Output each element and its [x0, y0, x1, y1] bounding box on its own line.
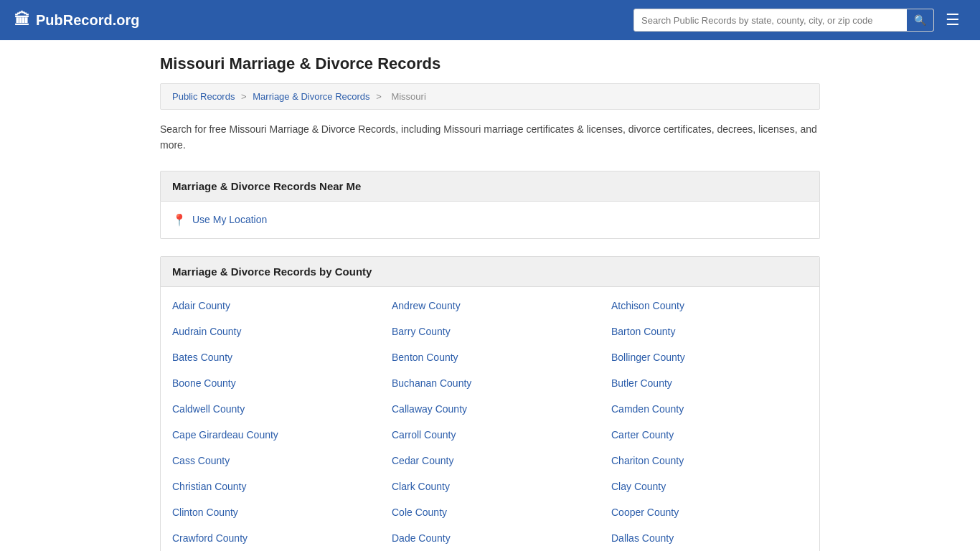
near-me-body: 📍 Use My Location — [160, 202, 820, 239]
county-link[interactable]: Camden County — [600, 396, 819, 422]
search-input[interactable] — [634, 11, 907, 30]
county-link[interactable]: Clay County — [600, 474, 819, 499]
county-link[interactable]: Adair County — [161, 293, 380, 319]
site-logo[interactable]: 🏛 PubRecord.org — [14, 11, 139, 29]
county-link[interactable]: Clinton County — [161, 499, 380, 525]
breadcrumb-state: Missouri — [391, 91, 425, 102]
breadcrumb-separator-1: > — [241, 91, 249, 102]
page-description: Search for free Missouri Marriage & Divo… — [160, 121, 820, 154]
county-link[interactable]: Bates County — [161, 344, 380, 370]
county-link[interactable]: Butler County — [600, 370, 819, 396]
county-link[interactable]: Cedar County — [380, 448, 600, 474]
breadcrumb: Public Records > Marriage & Divorce Reco… — [160, 83, 820, 110]
county-section-header: Marriage & Divorce Records by County — [161, 257, 819, 287]
county-link[interactable]: Boone County — [161, 370, 380, 396]
county-link[interactable]: Audrain County — [161, 319, 380, 344]
page-title: Missouri Marriage & Divorce Records — [160, 55, 820, 73]
county-link[interactable]: Chariton County — [600, 448, 819, 474]
county-link[interactable]: Cass County — [161, 448, 380, 474]
county-link[interactable]: Buchanan County — [380, 370, 600, 396]
county-link[interactable]: Callaway County — [380, 396, 600, 422]
menu-button[interactable]: ☰ — [940, 9, 966, 31]
county-link[interactable]: Dallas County — [600, 525, 819, 551]
county-link[interactable]: Barton County — [600, 319, 819, 344]
search-bar: 🔍 — [633, 9, 934, 32]
breadcrumb-public-records[interactable]: Public Records — [172, 91, 235, 102]
breadcrumb-separator-2: > — [376, 91, 384, 102]
use-location-button[interactable]: 📍 Use My Location — [172, 213, 808, 227]
search-icon: 🔍 — [914, 14, 926, 26]
county-link[interactable]: Atchison County — [600, 293, 819, 319]
county-link[interactable]: Cape Girardeau County — [161, 422, 380, 448]
county-link[interactable]: Clark County — [380, 474, 600, 499]
main-content: Missouri Marriage & Divorce Records Publ… — [146, 40, 834, 551]
county-link[interactable]: Christian County — [161, 474, 380, 499]
county-link[interactable]: Bollinger County — [600, 344, 819, 370]
county-section: Marriage & Divorce Records by County Ada… — [160, 256, 820, 551]
hamburger-icon: ☰ — [946, 11, 960, 29]
county-link[interactable]: Dade County — [380, 525, 600, 551]
use-location-label: Use My Location — [192, 214, 267, 225]
search-button[interactable]: 🔍 — [907, 9, 933, 31]
building-icon: 🏛 — [14, 11, 30, 29]
county-link[interactable]: Andrew County — [380, 293, 600, 319]
county-link[interactable]: Carter County — [600, 422, 819, 448]
county-link[interactable]: Barry County — [380, 319, 600, 344]
county-link[interactable]: Cole County — [380, 499, 600, 525]
county-link[interactable]: Caldwell County — [161, 396, 380, 422]
county-link[interactable]: Carroll County — [380, 422, 600, 448]
location-icon: 📍 — [172, 213, 187, 227]
county-grid: Adair CountyAndrew CountyAtchison County… — [161, 287, 819, 551]
county-link[interactable]: Cooper County — [600, 499, 819, 525]
county-link[interactable]: Crawford County — [161, 525, 380, 551]
near-me-header: Marriage & Divorce Records Near Me — [160, 171, 820, 202]
header-right: 🔍 ☰ — [633, 9, 966, 32]
breadcrumb-marriage-divorce[interactable]: Marriage & Divorce Records — [253, 91, 369, 102]
county-link[interactable]: Benton County — [380, 344, 600, 370]
site-header: 🏛 PubRecord.org 🔍 ☰ — [0, 0, 980, 40]
near-me-container: Marriage & Divorce Records Near Me 📍 Use… — [160, 171, 820, 239]
logo-text: PubRecord.org — [36, 12, 139, 29]
